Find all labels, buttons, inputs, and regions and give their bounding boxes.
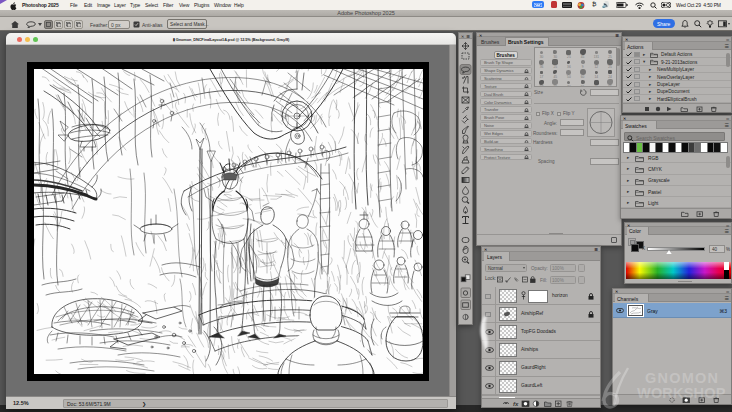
svg-text:fx: fx	[513, 401, 519, 407]
